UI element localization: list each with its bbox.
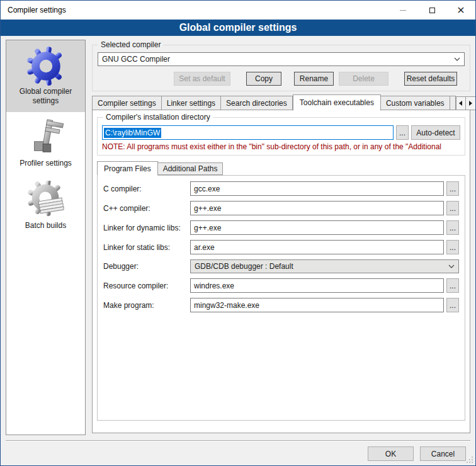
compiler-select-value: GNU GCC Compiler <box>102 55 454 64</box>
cpp-compiler-row: C++ compiler: ... <box>103 201 459 215</box>
dynamic-linker-browse-button[interactable]: ... <box>446 220 459 235</box>
make-program-label: Make program: <box>103 301 190 310</box>
ok-button[interactable]: OK <box>368 446 414 461</box>
bin-subdirectory-note: NOTE: All programs must exist either in … <box>102 142 460 151</box>
c-compiler-input[interactable] <box>190 181 444 196</box>
c-compiler-row: C compiler: ... <box>103 181 459 196</box>
sidebar-item-batch-builds[interactable]: Batch builds <box>6 174 85 237</box>
caption-buttons: × <box>388 1 475 20</box>
static-linker-row: Linker for static libs: ... <box>103 240 459 254</box>
debugger-row: Debugger: GDB/CDB debugger : Default <box>103 259 459 273</box>
rename-button[interactable]: Rename <box>294 72 334 86</box>
cpp-compiler-browse-button[interactable]: ... <box>446 201 459 215</box>
delete-button: Delete <box>339 72 388 86</box>
auto-detect-button[interactable]: Auto-detect <box>411 125 460 140</box>
resource-compiler-browse-button[interactable]: ... <box>446 278 459 293</box>
window-title: Compiler settings <box>1 6 66 14</box>
close-button[interactable]: × <box>446 1 475 20</box>
sidebar-item-profiler-settings[interactable]: Profiler settings <box>6 112 85 174</box>
blue-gear-icon <box>8 45 83 87</box>
c-compiler-label: C compiler: <box>103 185 190 193</box>
tab-linker-settings[interactable]: Linker settings <box>162 96 221 110</box>
installation-directory-group: Compiler's installation directory C:\ray… <box>97 117 465 156</box>
c-compiler-browse-button[interactable]: ... <box>446 181 459 196</box>
compiler-select[interactable]: GNU GCC Compiler <box>98 52 465 66</box>
compiler-actions: Set as default Copy Rename Delete Reset … <box>98 72 465 86</box>
chevron-down-icon <box>448 264 455 268</box>
resize-grip[interactable] <box>467 457 473 463</box>
page-title: Global compiler settings <box>1 20 475 36</box>
compiler-settings-dialog: Compiler settings × Global compiler sett… <box>0 0 476 466</box>
debugger-select-value: GDB/CDB debugger : Default <box>195 262 448 271</box>
close-icon: × <box>456 5 465 15</box>
tab-toolchain-executables[interactable]: Toolchain executables <box>293 94 381 111</box>
make-program-browse-button[interactable]: ... <box>446 298 459 312</box>
dynamic-linker-label: Linker for dynamic libs: <box>103 224 190 232</box>
static-linker-label: Linker for static libs: <box>103 243 190 252</box>
dynamic-linker-row: Linker for dynamic libs: ... <box>103 220 459 235</box>
installation-directory-input[interactable]: C:\raylib\MinGW <box>102 125 394 140</box>
selected-compiler-group: Selected compiler GNU GCC Compiler Set a… <box>92 45 470 91</box>
installation-directory-value: C:\raylib\MinGW <box>104 128 161 138</box>
tab-search-directories[interactable]: Search directories <box>221 96 293 110</box>
titlebar: Compiler settings × <box>1 1 475 20</box>
minimize-icon <box>400 10 406 11</box>
browse-directory-button[interactable]: ... <box>396 125 409 140</box>
maximize-button[interactable] <box>417 1 446 20</box>
static-linker-input[interactable] <box>190 240 444 254</box>
tab-build-options[interactable]: Build options <box>450 96 456 110</box>
tab-scroll-left-button[interactable] <box>456 96 466 110</box>
toolchain-executables-page: Compiler's installation directory C:\ray… <box>92 110 470 433</box>
copy-button[interactable]: Copy <box>246 72 281 86</box>
settings-tabbar: Compiler settings Linker settings Search… <box>92 94 470 110</box>
sidebar-item-label: Global compiler settings <box>8 87 83 106</box>
tab-scroll-buttons <box>456 96 476 110</box>
cpp-compiler-input[interactable] <box>190 201 444 215</box>
reset-defaults-button[interactable]: Reset defaults <box>404 72 457 86</box>
static-linker-browse-button[interactable]: ... <box>446 240 459 254</box>
chevron-down-icon <box>454 57 460 61</box>
sidebar-item-global-compiler-settings[interactable]: Global compiler settings <box>6 40 85 112</box>
arrow-left-icon <box>459 101 462 106</box>
tab-compiler-settings[interactable]: Compiler settings <box>92 96 162 110</box>
debugger-select[interactable]: GDB/CDB debugger : Default <box>190 259 459 273</box>
tab-custom-variables[interactable]: Custom variables <box>381 96 450 110</box>
resource-compiler-row: Resource compiler: ... <box>103 278 459 293</box>
resource-compiler-label: Resource compiler: <box>103 281 190 290</box>
subtab-program-files[interactable]: Program Files <box>97 161 158 176</box>
make-program-input[interactable] <box>190 298 444 312</box>
toolchain-subtabs: Program Files Additional Paths <box>97 161 470 175</box>
minimize-button[interactable] <box>388 1 417 20</box>
dynamic-linker-input[interactable] <box>190 220 444 235</box>
gray-gear-builds-icon <box>8 179 83 221</box>
maximize-icon <box>429 8 435 13</box>
make-program-row: Make program: ... <box>103 298 459 312</box>
caliper-icon <box>8 117 83 159</box>
settings-category-list: Global compiler settings <box>6 40 86 435</box>
arrow-right-icon <box>469 101 472 106</box>
installation-directory-group-label: Compiler's installation directory <box>103 113 213 122</box>
footer-divider <box>6 440 470 441</box>
subtab-additional-paths[interactable]: Additional Paths <box>158 162 224 175</box>
sidebar-item-label: Batch builds <box>8 221 83 230</box>
program-files-page: C compiler: ... C++ compiler: ... Linker… <box>97 175 465 421</box>
cpp-compiler-label: C++ compiler: <box>103 204 190 213</box>
selected-compiler-group-label: Selected compiler <box>98 40 163 50</box>
main-panel: Selected compiler GNU GCC Compiler Set a… <box>92 38 470 435</box>
sidebar-item-label: Profiler settings <box>8 159 83 168</box>
resource-compiler-input[interactable] <box>190 278 444 293</box>
cancel-button[interactable]: Cancel <box>420 446 466 461</box>
set-as-default-button: Set as default <box>174 72 230 86</box>
tab-scroll-right-button[interactable] <box>466 96 476 110</box>
debugger-label: Debugger: <box>103 262 190 271</box>
